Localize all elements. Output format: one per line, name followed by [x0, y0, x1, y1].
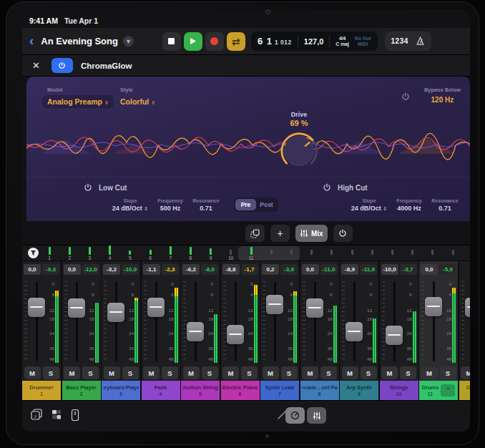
peak-value[interactable]: -5,0	[439, 264, 456, 275]
volume-fader[interactable]	[465, 298, 471, 317]
mute-button[interactable]: M	[302, 366, 318, 379]
volume-value[interactable]: 0,0	[470, 264, 471, 275]
peak-value[interactable]: -12,0	[82, 264, 99, 275]
track-name-label[interactable]: Arcade…eet Pad8	[300, 381, 339, 400]
overview-track-1[interactable]: 1	[39, 246, 59, 260]
solo-button[interactable]: S	[281, 366, 298, 379]
peak-value[interactable]: -11,0	[320, 264, 338, 275]
solo-button[interactable]: S	[162, 366, 178, 379]
count-in-button[interactable]: 1234	[391, 37, 408, 45]
volume-value[interactable]: 0,0	[64, 264, 81, 275]
high-cut-slope[interactable]: Slope 24 dB/Oct ⇳	[347, 198, 391, 212]
overview-track-9[interactable]: 9	[201, 246, 221, 260]
track-name-label[interactable]: Electric Piano6	[221, 381, 260, 400]
model-control[interactable]: Model Analog Preamp ⇳	[42, 87, 114, 108]
overview-track-8[interactable]: 8	[180, 246, 200, 260]
resonance-value[interactable]: 0.71	[200, 205, 212, 212]
peak-value[interactable]: -9,3	[42, 264, 59, 275]
bypass-below-control[interactable]: Bypass Below 120 Hz	[424, 87, 461, 104]
volume-value[interactable]: -1,1	[143, 264, 160, 275]
volume-value[interactable]: 0,0	[302, 264, 319, 275]
cycle-button[interactable]: ⇄	[227, 32, 245, 51]
volume-fader[interactable]	[68, 298, 85, 318]
song-title[interactable]: An Evening Song	[41, 36, 118, 47]
mute-button[interactable]: M	[64, 366, 80, 379]
overview-track-4[interactable]: 4	[100, 246, 120, 260]
back-chevron-icon[interactable]: ‹	[28, 34, 38, 49]
solo-button[interactable]: S	[440, 366, 456, 379]
low-cut-resonance[interactable]: Resonance 0.71	[188, 198, 224, 212]
volume-value[interactable]: -8,9	[341, 264, 358, 275]
mute-button[interactable]: M	[104, 366, 120, 379]
low-cut-slope[interactable]: Slope 24 dB/Oct ⇳	[108, 198, 152, 212]
post-option[interactable]: Post	[256, 199, 277, 210]
add-track-button[interactable]: +	[270, 225, 290, 242]
mute-button[interactable]: M	[183, 366, 200, 379]
solo-button[interactable]: S	[82, 366, 99, 379]
overview-track-10[interactable]: 10	[221, 246, 241, 260]
track-name-label[interactable]: Drummer1	[22, 381, 61, 400]
high-cut-resonance[interactable]: Resonance 0.71	[427, 198, 463, 212]
low-cut-power-icon[interactable]	[84, 183, 92, 192]
volume-value[interactable]: 0,2	[262, 264, 279, 275]
drive-knob[interactable]	[274, 127, 324, 172]
volume-value[interactable]: 0,0	[24, 264, 41, 275]
duplicate-button[interactable]	[245, 225, 265, 242]
metronome-icon[interactable]	[416, 36, 425, 46]
resonance-value[interactable]: 0.71	[439, 205, 451, 212]
filter-tracks-button[interactable]	[28, 248, 39, 258]
overview-track-7[interactable]: 7	[160, 246, 180, 260]
track-name-label[interactable]: Emotion Strings5	[181, 381, 220, 400]
track-name-label[interactable]: Drums11⌃	[419, 381, 458, 400]
solo-button[interactable]: S	[361, 366, 377, 379]
bypass-value[interactable]: 120 Hz	[431, 96, 454, 104]
high-cut-power-icon[interactable]	[323, 183, 331, 192]
mute-button[interactable]: M	[421, 366, 438, 379]
track-name-label[interactable]: Chorus V12	[459, 381, 471, 400]
song-menu-chevron-icon[interactable]: ▼	[123, 36, 134, 47]
record-button[interactable]	[205, 32, 224, 51]
volume-value[interactable]: -6,2	[182, 264, 200, 275]
overview-track-6[interactable]: 6	[140, 246, 160, 260]
fader-controls-icon[interactable]	[71, 409, 79, 422]
mixer-power-button[interactable]	[333, 225, 353, 242]
mute-button[interactable]: M	[342, 366, 358, 379]
mute-button[interactable]: M	[143, 366, 160, 379]
volume-fader[interactable]	[425, 297, 442, 316]
mix-view-button[interactable]: Mix	[295, 225, 328, 242]
low-cut-frequency[interactable]: Frequency 500 Hz	[152, 198, 188, 212]
mute-button[interactable]: M	[461, 366, 470, 379]
close-plugin-icon[interactable]: ✕	[28, 60, 44, 71]
style-select[interactable]: Colorful ⇳	[115, 95, 160, 108]
play-button[interactable]	[184, 32, 202, 51]
overview-track-5[interactable]: 5	[120, 246, 140, 260]
volume-fader[interactable]	[147, 298, 165, 317]
track-name-label[interactable]: Strings10	[380, 381, 418, 400]
peak-value[interactable]: -3,9	[280, 264, 298, 275]
style-control[interactable]: Style Colorful ⇳	[115, 87, 160, 108]
mute-button[interactable]: M	[381, 366, 398, 379]
pre-option[interactable]: Pre	[235, 199, 256, 210]
frequency-value[interactable]: 4000 Hz	[397, 205, 421, 212]
solo-button[interactable]: S	[122, 366, 139, 379]
track-name-label[interactable]: Synth Lead7	[260, 381, 299, 400]
solo-button[interactable]: S	[202, 366, 218, 379]
model-select[interactable]: Analog Preamp ⇳	[42, 95, 114, 108]
volume-fader[interactable]	[107, 303, 124, 322]
bypass-power-icon[interactable]	[401, 92, 410, 101]
overview-track-11[interactable]: 11	[241, 246, 261, 260]
volume-fader[interactable]	[346, 322, 363, 341]
peak-value[interactable]: -11,9	[360, 264, 377, 275]
track-name-label[interactable]: Bass Player2	[62, 381, 101, 400]
volume-value[interactable]: -8,8	[222, 264, 240, 275]
peak-value[interactable]: -1,7	[241, 264, 258, 275]
knob-view-button[interactable]	[285, 407, 305, 424]
peak-value[interactable]: -3,7	[400, 264, 417, 275]
track-name-label[interactable]: Keyboard Player3	[102, 381, 140, 400]
solo-button[interactable]: S	[43, 366, 59, 379]
expand-track-button[interactable]: ⌃	[441, 384, 455, 396]
fader-view-button[interactable]	[307, 407, 326, 424]
track-name-label[interactable]: Arp Synth9	[340, 381, 378, 400]
volume-fader[interactable]	[266, 295, 283, 314]
overview-track-3[interactable]: 3	[79, 246, 99, 260]
